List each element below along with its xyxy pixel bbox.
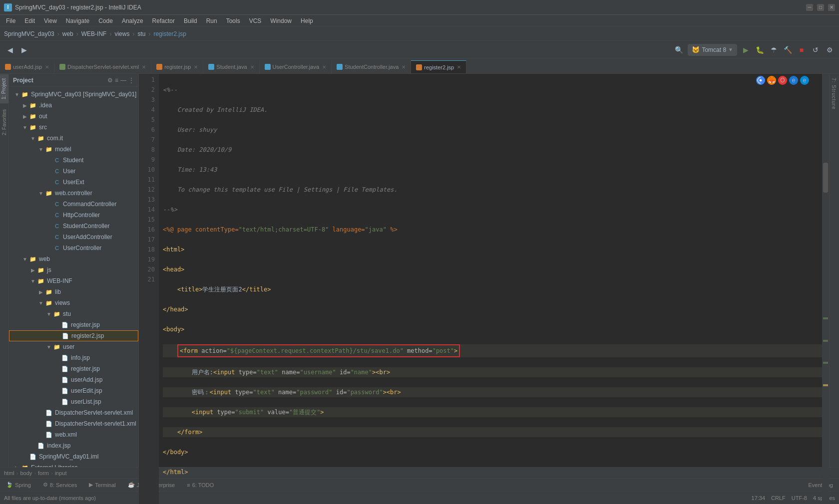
favorites-tab[interactable]: 2: Favorites xyxy=(0,105,8,139)
menu-item-tools[interactable]: Tools xyxy=(222,16,244,25)
chrome-icon[interactable] xyxy=(756,76,765,85)
tree-item-dispatcher1xml[interactable]: 📄 DispatcherServlet-servlet1.xml xyxy=(9,418,138,429)
tree-item-extlibs[interactable]: ▶ 📁 External Libraries xyxy=(9,462,138,467)
ie-icon[interactable]: e xyxy=(800,76,809,85)
tree-item-webcontroller[interactable]: ▼ 📁 web.controller xyxy=(9,188,138,199)
run-config-selector[interactable]: 🐱 Tomcat 8 ▼ xyxy=(688,44,737,56)
rerun-button[interactable]: ↺ xyxy=(810,44,821,55)
forward-button[interactable]: ▶ xyxy=(18,44,30,56)
edge-icon[interactable]: e xyxy=(789,76,798,85)
tree-item-userctrl[interactable]: C UserController xyxy=(9,243,138,253)
tree-item-stu[interactable]: ▼ 📁 stu xyxy=(9,308,138,319)
tree-item-user-folder[interactable]: ▼ 📁 user xyxy=(9,341,138,352)
code-editor[interactable]: 12345 678910 1112131415 1617181920 21 <%… xyxy=(139,74,829,504)
tree-item-webxml[interactable]: 📄 web.xml xyxy=(9,429,138,440)
tree-item-js[interactable]: ▶ 📁 js xyxy=(9,264,138,275)
tree-item-useradd[interactable]: 📄 userAdd.jsp xyxy=(9,374,138,385)
menu-item-analyze[interactable]: Analyze xyxy=(118,16,147,25)
search-button[interactable]: 🔍 xyxy=(673,44,685,56)
tab-register[interactable]: register.jsp ✕ xyxy=(151,60,203,73)
menu-item-code[interactable]: Code xyxy=(94,16,117,25)
tree-item-student[interactable]: C Student xyxy=(9,155,138,166)
nav-project[interactable]: SpringMVC_day03 xyxy=(4,30,54,37)
debug-button[interactable]: 🐛 xyxy=(754,44,765,55)
tree-item-dispatcherxml[interactable]: 📄 DispatcherServlet-servlet.xml xyxy=(9,407,138,418)
tab-close-register[interactable]: ✕ xyxy=(194,64,198,70)
opera-icon[interactable]: O xyxy=(778,76,787,85)
run-button[interactable]: ▶ xyxy=(740,44,751,55)
nav-webinf[interactable]: WEB-INF xyxy=(81,30,107,37)
tab-close-register2[interactable]: ✕ xyxy=(457,64,461,70)
tree-item-register2jsp[interactable]: 📄 register2.jsp xyxy=(9,330,138,341)
build-button[interactable]: 🔨 xyxy=(782,44,793,55)
tab-dispatcher[interactable]: DispatcherServlet-servlet.xml ✕ xyxy=(54,60,151,73)
coverage-button[interactable]: ☂ xyxy=(768,44,779,55)
project-tab[interactable]: 1: Project xyxy=(0,74,8,103)
tree-item-useredit[interactable]: 📄 userEdit.jsp xyxy=(9,385,138,396)
breadcrumb-form[interactable]: form xyxy=(38,470,49,476)
tree-item-infojsp[interactable]: 📄 info.jsp xyxy=(9,352,138,363)
tree-item-iml[interactable]: 📄 SpringMVC_day01.iml xyxy=(9,451,138,462)
tree-item-user[interactable]: C User xyxy=(9,166,138,177)
tree-item-comit[interactable]: ▼ 📁 com.it xyxy=(9,133,138,144)
menu-item-help[interactable]: Help xyxy=(297,16,317,25)
window-controls[interactable]: ─ □ ✕ xyxy=(806,4,835,11)
services-tab[interactable]: ⚙ 8: Services xyxy=(41,479,79,491)
menu-item-navigate[interactable]: Navigate xyxy=(62,16,93,25)
tab-studentcontroller[interactable]: StudentController.java ✕ xyxy=(332,60,411,73)
nav-web[interactable]: web xyxy=(62,30,73,37)
menu-item-build[interactable]: Build xyxy=(180,16,201,25)
menu-item-edit[interactable]: Edit xyxy=(20,16,39,25)
tab-student[interactable]: Student.java ✕ xyxy=(203,60,259,73)
breadcrumb-html[interactable]: html xyxy=(4,470,14,476)
settings-button[interactable]: ⚙ xyxy=(824,44,835,55)
tree-item-studentctrl[interactable]: C StudentController xyxy=(9,221,138,232)
maximize-button[interactable]: □ xyxy=(817,4,824,11)
tab-useradd[interactable]: userAdd.jsp ✕ xyxy=(0,60,54,73)
tree-item-httpcontroller[interactable]: C HttpController xyxy=(9,210,138,221)
tree-item-useraddcontroller[interactable]: C UserAddController xyxy=(9,232,138,243)
tree-item-userlist[interactable]: 📄 userList.jsp xyxy=(9,396,138,407)
terminal-tab[interactable]: ▶ Terminal xyxy=(87,479,118,491)
stop-button[interactable]: ■ xyxy=(796,44,807,55)
right-scrollbar[interactable] xyxy=(822,74,829,504)
tree-item-indexjsp[interactable]: 📄 index.jsp xyxy=(9,440,138,451)
tree-item-web[interactable]: ▼ 📁 web xyxy=(9,253,138,264)
tree-item-root[interactable]: ▼ 📁 SpringMVC_day03 [SpringMVC_day01] xyxy=(9,89,138,100)
back-button[interactable]: ◀ xyxy=(4,44,16,56)
tab-register2[interactable]: register2.jsp ✕ xyxy=(411,60,466,73)
tab-close-useradd[interactable]: ✕ xyxy=(45,64,49,70)
tab-close-studentcontroller[interactable]: ✕ xyxy=(402,64,406,70)
structure-tab[interactable]: 7: Structure xyxy=(831,78,837,110)
breadcrumb-input[interactable]: input xyxy=(55,470,67,476)
settings-icon[interactable]: ⚙ xyxy=(107,77,113,84)
menu-item-run[interactable]: Run xyxy=(202,16,221,25)
tree-item-out[interactable]: ▶ 📁 out xyxy=(9,111,138,122)
tree-item-register-user[interactable]: 📄 register.jsp xyxy=(9,363,138,374)
breadcrumb-body[interactable]: body xyxy=(20,470,32,476)
menu-item-refactor[interactable]: Refactor xyxy=(148,16,179,25)
tab-close-usercontroller[interactable]: ✕ xyxy=(322,64,326,70)
code-content[interactable]: <%-- Created by IntelliJ IDEA. User: shu… xyxy=(159,74,822,504)
tree-item-userext[interactable]: C UserExt xyxy=(9,177,138,188)
menu-item-file[interactable]: File xyxy=(2,16,19,25)
spring-tab[interactable]: 🍃 Spring xyxy=(4,479,33,491)
collapse-icon[interactable]: — xyxy=(120,77,126,84)
menu-item-window[interactable]: Window xyxy=(266,16,296,25)
tree-item-webinf[interactable]: ▼ 📁 WEB-INF xyxy=(9,275,138,286)
expand-icon[interactable]: ≡ xyxy=(115,77,118,84)
tab-close-dispatcher[interactable]: ✕ xyxy=(142,64,146,70)
tab-close-student[interactable]: ✕ xyxy=(250,64,254,70)
nav-stu[interactable]: stu xyxy=(137,30,145,37)
close-button[interactable]: ✕ xyxy=(828,4,835,11)
tree-item-commandcontroller[interactable]: C CommandController xyxy=(9,199,138,210)
menu-item-view[interactable]: View xyxy=(40,16,61,25)
nav-views[interactable]: views xyxy=(114,30,129,37)
tree-item-model[interactable]: ▼ 📁 model xyxy=(9,144,138,155)
tree-item-lib[interactable]: ▶ 📁 lib xyxy=(9,286,138,297)
tree-item-src[interactable]: ▼ 📁 src xyxy=(9,122,138,133)
nav-file[interactable]: register2.jsp xyxy=(153,30,186,37)
tree-item-registerjsp[interactable]: 📄 register.jsp xyxy=(9,319,138,330)
firefox-icon[interactable]: 🦊 xyxy=(767,76,776,85)
minimize-button[interactable]: ─ xyxy=(806,4,813,11)
